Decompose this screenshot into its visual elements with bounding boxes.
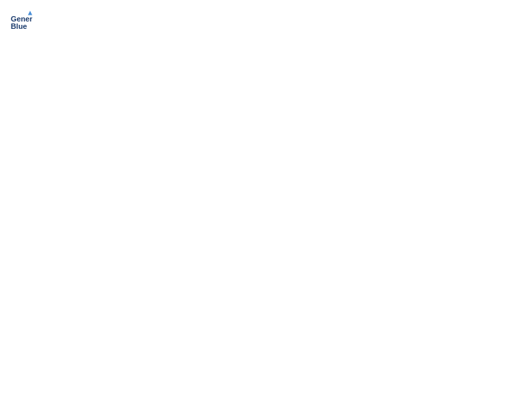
- logo: General Blue: [11, 11, 35, 32]
- svg-text:Blue: Blue: [11, 22, 27, 30]
- svg-text:General: General: [11, 15, 32, 23]
- page-header: General Blue: [11, 11, 521, 32]
- logo-icon: General Blue: [11, 11, 32, 32]
- svg-marker-2: [28, 11, 32, 15]
